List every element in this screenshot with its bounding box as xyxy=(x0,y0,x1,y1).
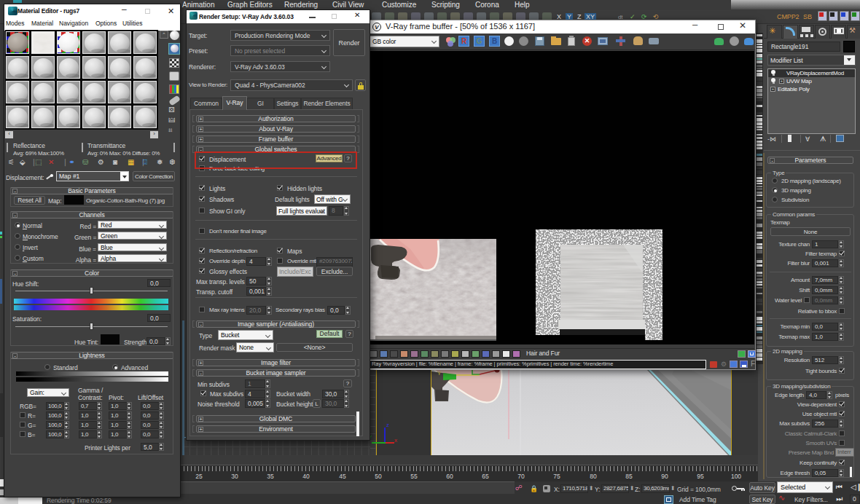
svg-text:Y: Y xyxy=(437,370,442,377)
